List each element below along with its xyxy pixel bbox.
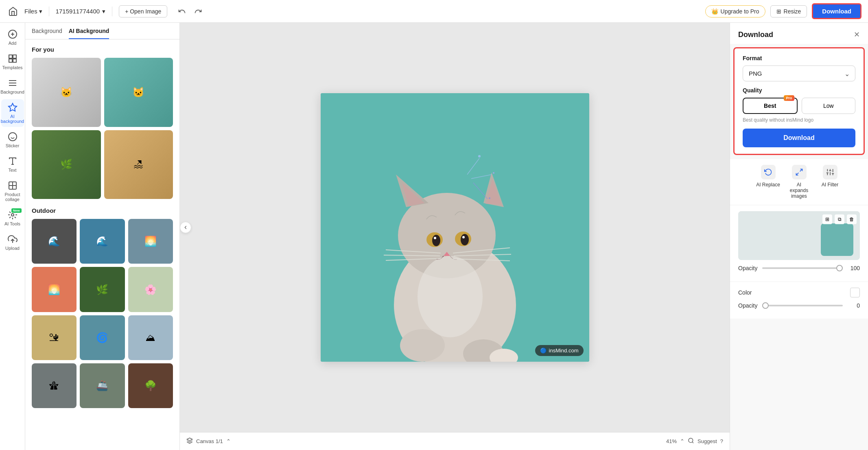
bg-preview-section: ⊞ ⧉ 🗑 Opacity 100 <box>730 205 868 281</box>
opacity-value: 100 <box>848 265 860 271</box>
color-opacity-row: Opacity 0 <box>738 302 860 309</box>
for-you-thumb-1[interactable]: 🐱 <box>32 58 101 127</box>
quality-low-button[interactable]: Low <box>802 98 856 114</box>
home-icon[interactable] <box>7 5 20 18</box>
color-swatch[interactable] <box>850 288 860 297</box>
bg-preview-icons: ⊞ ⧉ 🗑 <box>822 214 857 224</box>
svg-rect-3 <box>9 55 12 58</box>
sidebar-item-ai-tools[interactable]: AI Tools New <box>1 207 24 229</box>
sidebar-label-background: Background <box>0 90 24 94</box>
canvas-main: 🔵 insMind.com <box>180 23 730 432</box>
tab-ai-background[interactable]: AI Background <box>69 28 109 39</box>
outdoor-thumb-4[interactable]: 🌅 <box>32 267 77 312</box>
color-section: Color Opacity 0 <box>730 282 868 319</box>
upgrade-to-pro-button[interactable]: 👑 Upgrade to Pro <box>705 5 765 17</box>
outdoor-thumb-11[interactable]: 🚢 <box>80 363 125 408</box>
panel-tabs: Background AI Background <box>25 23 179 39</box>
collapse-panel-button[interactable] <box>180 222 191 233</box>
ai-expands-tool[interactable]: AI expands images <box>787 165 811 199</box>
sidebar-label-product-collage: Product collage <box>3 192 22 202</box>
quality-label: Quality <box>743 87 855 94</box>
close-download-panel-button[interactable]: ✕ <box>854 30 860 39</box>
undo-button[interactable] <box>175 5 188 18</box>
sidebar-item-background[interactable]: Background <box>1 75 24 98</box>
sidebar-item-add[interactable]: Add <box>1 26 24 49</box>
sidebar-label-ai-tools: AI Tools <box>4 221 20 226</box>
pro-badge: Pro <box>784 95 794 101</box>
for-you-thumb-4[interactable]: 🏖 <box>104 130 173 199</box>
outdoor-thumb-5[interactable]: 🌿 <box>80 267 125 312</box>
outdoor-thumb-7[interactable]: 🏜 <box>32 315 77 360</box>
ai-replace-icon <box>761 165 776 179</box>
format-select-wrapper: PNG JPG WEBP <box>743 66 855 81</box>
for-you-thumb-3[interactable]: 🌿 <box>32 130 101 199</box>
opacity-slider[interactable] <box>762 267 843 269</box>
resize-icon: ⊞ <box>776 8 781 15</box>
new-badge: New <box>11 208 21 213</box>
sidebar-item-sticker[interactable]: Sticker <box>1 129 24 151</box>
outdoor-thumb-8[interactable]: 🌀 <box>80 315 125 360</box>
filename-dropdown[interactable]: 1715911774400 ▾ <box>56 8 105 15</box>
bg-delete-icon[interactable]: 🗑 <box>847 214 857 224</box>
open-image-button[interactable]: + Open Image <box>119 5 167 17</box>
sidebar-item-upload[interactable]: Upload <box>1 231 24 254</box>
watermark-icon: 🔵 <box>540 347 547 354</box>
undo-redo-group <box>175 5 205 18</box>
svg-point-50 <box>418 256 483 337</box>
svg-point-34 <box>461 234 469 245</box>
svg-rect-6 <box>13 59 16 62</box>
svg-point-48 <box>493 172 494 174</box>
outdoor-thumb-12[interactable]: 🌳 <box>128 363 173 408</box>
svg-point-47 <box>478 155 481 157</box>
svg-point-35 <box>434 237 436 239</box>
left-sidebar: Add Templates Background AI background S… <box>0 23 25 450</box>
outdoor-thumb-9[interactable]: ⛰ <box>128 315 173 360</box>
redo-button[interactable] <box>192 5 205 18</box>
svg-point-33 <box>432 235 440 246</box>
resize-button[interactable]: ⊞ Resize <box>770 5 807 17</box>
download-button-topbar[interactable]: Download <box>812 3 861 19</box>
bg-copy-icon[interactable]: ⧉ <box>835 214 844 224</box>
download-main-button[interactable]: Download <box>743 129 855 147</box>
bg-teal-swatch <box>821 223 853 256</box>
format-select[interactable]: PNG JPG WEBP <box>743 66 855 81</box>
watermark-text: insMind.com <box>549 347 579 354</box>
files-menu[interactable]: Files ▾ <box>24 8 42 15</box>
ai-replace-tool[interactable]: AI Replace <box>756 165 781 199</box>
bg-edit-icon[interactable]: ⊞ <box>822 214 832 224</box>
outdoor-thumb-10[interactable]: 🛣 <box>32 363 77 408</box>
topbar: Files ▾ 1715911774400 ▾ + Open Image 👑 U… <box>0 0 868 23</box>
ai-filter-tool[interactable]: AI Filter <box>818 165 842 199</box>
canvas-label: Canvas 1/1 <box>196 438 223 444</box>
color-opacity-value: 0 <box>848 302 860 309</box>
canvas-chevron-icon: ⌃ <box>226 438 231 444</box>
svg-point-49 <box>489 197 490 199</box>
sidebar-item-templates[interactable]: Templates <box>1 50 24 73</box>
sidebar-item-ai-background[interactable]: AI background <box>1 99 24 127</box>
outdoor-title: Outdoor <box>32 207 173 214</box>
download-panel-header: Download ✕ <box>730 23 868 44</box>
sidebar-item-text[interactable]: Text <box>1 153 24 176</box>
zoom-chevron-icon[interactable]: ⌃ <box>680 438 684 444</box>
quality-best-button[interactable]: Best Pro <box>743 98 798 114</box>
tab-background[interactable]: Background <box>32 28 62 39</box>
ai-expands-icon <box>792 165 807 179</box>
suggest-label[interactable]: Suggest <box>697 438 717 444</box>
color-opacity-label: Opacity <box>738 302 757 309</box>
outdoor-thumb-1[interactable]: 🌊 <box>32 219 77 264</box>
outdoor-thumb-3[interactable]: 🌅 <box>128 219 173 264</box>
quality-row: Best Pro Low <box>743 98 855 114</box>
crown-icon: 👑 <box>711 8 718 15</box>
canvas-bottom-bar: Canvas 1/1 ⌃ 41% ⌃ Suggest ? <box>180 432 730 450</box>
panel: Background AI Background For you 🐱 🐱 🌿 🏖 <box>25 23 180 450</box>
canvas-image[interactable]: 🔵 insMind.com <box>321 93 589 362</box>
outdoor-thumb-2[interactable]: 🌊 <box>80 219 125 264</box>
ai-expands-label: AI expands images <box>787 182 811 199</box>
outdoor-thumb-6[interactable]: 🌸 <box>128 267 173 312</box>
for-you-thumb-2[interactable]: 🐱 <box>104 58 173 127</box>
color-opacity-slider[interactable] <box>762 305 843 306</box>
sidebar-item-product-collage[interactable]: Product collage <box>1 177 24 205</box>
color-header-row: Color <box>738 288 860 297</box>
ai-filter-label: AI Filter <box>822 182 838 188</box>
help-icon[interactable]: ? <box>720 438 723 444</box>
